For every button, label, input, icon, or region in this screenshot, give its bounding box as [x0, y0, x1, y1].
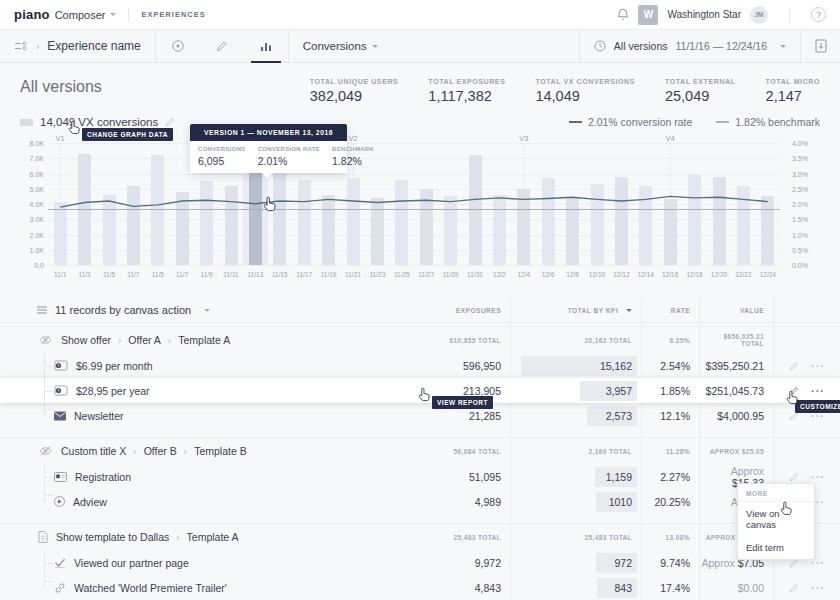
bar[interactable] — [737, 186, 750, 265]
bar[interactable] — [54, 202, 67, 265]
pencil-icon[interactable] — [789, 361, 799, 371]
table-row[interactable]: Watched 'World Premiere Trailer' 4,843 8… — [0, 575, 840, 600]
col-rate[interactable]: RATE — [641, 307, 699, 314]
export-report-button[interactable] — [800, 30, 840, 62]
tab-edit[interactable] — [200, 30, 244, 62]
crumb[interactable]: Template B — [194, 445, 247, 457]
bar[interactable] — [420, 189, 433, 265]
date-range[interactable]: 11/1/16 — 12/24/16 — [676, 40, 767, 52]
canvas-flow-icon[interactable] — [14, 41, 28, 51]
bar[interactable] — [493, 195, 506, 265]
row-exposures: 596,950 — [420, 360, 510, 372]
account-name[interactable]: Washington Star — [667, 9, 741, 20]
bar[interactable] — [639, 186, 652, 265]
bar[interactable] — [566, 198, 579, 265]
col-exposures[interactable]: EXPOSURES — [420, 307, 510, 314]
bar[interactable] — [615, 177, 628, 265]
bar[interactable] — [761, 196, 774, 265]
bar[interactable] — [517, 189, 530, 265]
bar[interactable] — [347, 178, 360, 265]
bar[interactable] — [322, 195, 335, 265]
more-actions-button[interactable]: ··· — [811, 388, 825, 394]
sort-caret-icon — [626, 309, 632, 315]
bar[interactable] — [225, 186, 238, 265]
org-avatar[interactable]: W — [638, 5, 658, 25]
chart-canvas[interactable]: 8.0K7.0K6.0K5.0K4.0K3.0K2.0K1.0K0.0 V1V2… — [20, 133, 820, 283]
bar[interactable] — [127, 186, 140, 265]
table-row[interactable]: Registration 51,095 1,159 2.27% Approx $… — [0, 464, 840, 489]
col-total-by-kpi[interactable]: TOTAL BY KPI — [510, 306, 641, 315]
group-kpi-total: 2,169 TOTAL — [510, 448, 641, 455]
chevron-down-icon — [780, 45, 786, 51]
crumb[interactable]: Custom title X — [61, 445, 144, 457]
row-label: $28,95 per year — [76, 385, 150, 397]
crumb[interactable]: Offer B — [144, 445, 194, 457]
more-actions-button[interactable]: ··· — [811, 560, 825, 566]
col-value[interactable]: VALUE — [699, 307, 773, 314]
bell-icon[interactable] — [617, 8, 629, 21]
chart-metric-selector[interactable]: 14,049 VX conversions — [20, 116, 175, 128]
table-row[interactable]: $6.99 per month 596,950 15,162 2.54% $39… — [0, 353, 840, 378]
group-header[interactable]: Custom title XOffer BTemplate B 56,084 T… — [0, 438, 840, 464]
customize-badge[interactable]: CUSTOMIZE — [795, 400, 840, 413]
more-actions-button[interactable]: ··· — [811, 363, 825, 369]
bar[interactable] — [664, 199, 677, 265]
crumb[interactable]: Show offer — [61, 334, 128, 346]
tooltip-label: BENCHMARK — [332, 146, 374, 152]
x-tick-label: 11/11 — [223, 271, 238, 278]
chevron-down-icon — [110, 13, 116, 19]
more-actions-button[interactable]: ··· — [811, 474, 825, 480]
group-header[interactable]: Show offerOffer ATemplate A 810,855 TOTA… — [0, 327, 840, 353]
more-actions-button[interactable]: ··· — [811, 413, 825, 419]
row-rate: 20.25% — [641, 496, 699, 508]
bar[interactable] — [78, 154, 91, 265]
table-row[interactable]: Newsletter 21,285 2,573 12.1% $4,000.95 … — [0, 403, 840, 428]
user-avatar[interactable]: JM — [750, 6, 768, 24]
bar[interactable] — [713, 177, 726, 265]
bar[interactable] — [542, 178, 555, 265]
hand-cursor — [418, 387, 431, 402]
bar[interactable] — [469, 155, 482, 265]
bar[interactable] — [395, 180, 408, 265]
crumb[interactable]: Template A — [178, 334, 230, 346]
x-tick-label: 12/14 — [638, 271, 654, 278]
pencil-icon[interactable] — [789, 472, 799, 482]
more-actions-button[interactable]: ··· — [811, 585, 825, 591]
bar[interactable] — [151, 155, 164, 265]
row-rate: 12.1% — [641, 410, 699, 422]
report-type-select[interactable]: Conversions — [288, 30, 392, 62]
menu-item-edit-term[interactable]: Edit term — [738, 536, 814, 559]
bar[interactable] — [371, 198, 384, 265]
records-dropdown[interactable]: 11 records by canvas action — [55, 304, 191, 316]
tab-goal[interactable] — [156, 30, 200, 62]
table-row[interactable]: Viewed our partner page 9,972 972 9.74% … — [0, 550, 840, 575]
help-button[interactable]: ? — [811, 7, 826, 22]
experience-name[interactable]: Experience name — [47, 39, 140, 53]
nav-experiences[interactable]: EXPERIENCES — [141, 10, 205, 19]
summary-stats: TOTAL UNIQUE USERS 382,049 TOTAL EXPOSUR… — [280, 78, 820, 104]
row-kpi: 1010 — [596, 492, 637, 512]
bar[interactable] — [103, 195, 116, 265]
version-filter[interactable]: All versions 11/1/16 — 12/24/16 — [579, 30, 800, 62]
view-report-badge[interactable]: VIEW REPORT — [432, 396, 493, 409]
table-row[interactable]: Adview 4,989 1010 20.25% Approx ··· — [0, 489, 840, 514]
crumb[interactable]: Template A — [187, 531, 239, 543]
change-graph-data-badge[interactable]: CHANGE GRAPH DATA — [82, 128, 173, 141]
pencil-icon[interactable] — [789, 583, 799, 593]
bar[interactable] — [298, 180, 311, 265]
row-kpi: 2,573 — [587, 406, 637, 426]
product-name[interactable]: Composer — [55, 9, 106, 21]
crumb[interactable]: Offer A — [128, 334, 178, 346]
bar[interactable] — [200, 181, 213, 265]
menu-item-view-on-canvas[interactable]: View on canvas — [738, 502, 814, 536]
bar[interactable] — [688, 175, 701, 265]
bar[interactable] — [591, 184, 604, 265]
bar[interactable] — [444, 196, 457, 265]
tab-analytics[interactable] — [244, 30, 288, 62]
group-header[interactable]: Show template to DallasTemplate A 25,483… — [0, 524, 840, 550]
bar[interactable] — [249, 172, 262, 265]
crumb[interactable]: Show template to Dallas — [56, 531, 187, 543]
pencil-icon[interactable] — [165, 117, 175, 127]
bar[interactable] — [176, 192, 189, 265]
row-exposures: 4,989 — [420, 496, 510, 508]
